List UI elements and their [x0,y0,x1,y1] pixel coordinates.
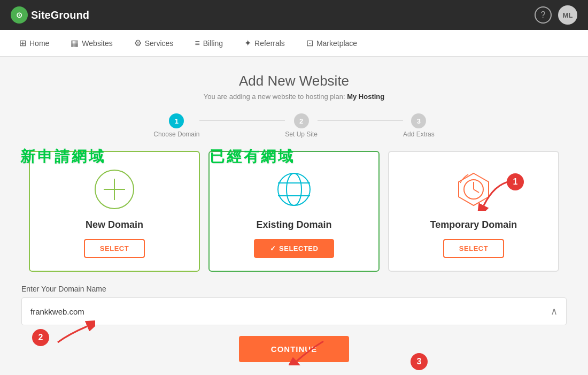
logo: ⊙ SiteGround [11,6,89,24]
nav-home[interactable]: ⊞ Home [11,34,58,52]
annotation-new-domain-text: 新申請網域 [20,147,106,167]
websites-icon: ▦ [71,38,79,48]
temporary-domain-title: Temporary Domain [430,219,517,231]
chevron-down-icon: ∧ [551,305,558,317]
step-1: 1 Choose Domain [153,113,199,138]
domain-input-label: Enter Your Domain Name [21,285,567,293]
services-icon: ⚙ [134,38,142,48]
svg-point-5 [287,173,301,205]
page-subtitle: You are adding a new website to hosting … [11,93,577,101]
new-domain-card: New Domain SELECT [29,151,200,272]
nav-services[interactable]: ⚙ Services [126,34,182,52]
header-right: ? ML [535,5,577,25]
steps-indicator: 1 Choose Domain 2 Set Up Site 3 Add Extr… [11,113,577,138]
domain-input-wrapper: ∧ [21,297,567,325]
temporary-domain-select-button[interactable]: SELECT [443,239,504,258]
step-1-circle: 1 [169,113,184,128]
home-icon: ⊞ [19,38,26,48]
help-button[interactable]: ? [535,6,552,24]
marketplace-icon: ⊡ [306,38,313,48]
step-2-label: Set Up Site [285,131,318,138]
nav-services-label: Services [145,39,174,48]
step-2-circle: 2 [294,113,309,128]
existing-domain-card: Existing Domain ✓ SELECTED [208,151,380,272]
hosting-plan-name: My Hosting [347,93,384,101]
step-3: 3 Add Extras [403,113,435,138]
nav-referrals-label: Referrals [254,39,285,48]
nav-websites-label: Websites [82,39,112,48]
nav-billing[interactable]: ≡ Billing [186,34,231,52]
arrow-annotation-1 [473,179,516,213]
step-3-label: Add Extras [403,131,435,138]
new-domain-title: New Domain [86,219,143,231]
arrow-annotation-2 [52,318,95,347]
step-3-circle: 3 [411,113,426,128]
navigation: ⊞ Home ▦ Websites ⚙ Services ≡ Billing ✦… [0,30,588,57]
svg-point-4 [278,173,310,205]
nav-billing-label: Billing [203,39,223,48]
new-domain-select-button[interactable]: SELECT [84,239,145,258]
main-content: Add New Website You are adding a new web… [0,57,588,373]
annotation-existing-domain-text: 已經有網域 [210,147,295,167]
existing-domain-select-button[interactable]: ✓ SELECTED [254,239,335,258]
domain-input[interactable] [30,307,551,316]
nav-marketplace-label: Marketplace [316,39,357,48]
arrow-annotation-3 [289,339,331,368]
existing-domain-title: Existing Domain [256,219,331,231]
header: ⊙ SiteGround ? ML [0,0,588,30]
existing-domain-icon [273,168,315,211]
avatar[interactable]: ML [558,5,577,25]
checkmark-icon: ✓ [270,244,276,252]
domain-input-section: 2 3 [21,285,567,362]
page-title: Add New Website [11,73,577,89]
step-connector-2 [318,120,403,121]
logo-text: SiteGround [31,9,89,21]
nav-websites[interactable]: ▦ Websites [62,34,121,52]
referrals-icon: ✦ [244,38,251,48]
step-connector-1 [199,120,285,121]
nav-home-label: Home [29,39,49,48]
step-2: 2 Set Up Site [285,113,318,138]
step-1-label: Choose Domain [153,131,199,138]
new-domain-icon [93,168,136,211]
nav-marketplace[interactable]: ⊡ Marketplace [298,34,366,52]
annotation-circle-2: 2 [32,329,49,346]
billing-icon: ≡ [195,39,199,48]
cards-wrapper: 新申請網域 已經有網域 1 [11,151,577,272]
logo-icon: ⊙ [11,6,28,24]
annotation-circle-3: 3 [411,353,428,370]
nav-referrals[interactable]: ✦ Referrals [236,34,293,52]
